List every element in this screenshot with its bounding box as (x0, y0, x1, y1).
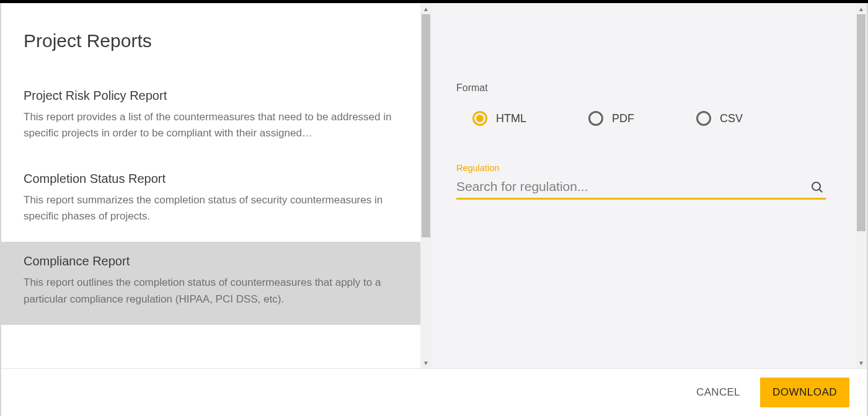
regulation-label: Regulation (432, 126, 856, 173)
report-title: Completion Status Report (24, 172, 398, 186)
radio-icon (472, 111, 487, 126)
report-list-scroll: Project Reports Project Risk Policy Repo… (1, 3, 420, 368)
left-scrollbar[interactable]: ▲ ▼ (420, 3, 432, 368)
dialog-footer: CANCEL DOWNLOAD (1, 368, 867, 416)
report-title: Compliance Report (24, 254, 398, 268)
scroll-down-arrow-icon[interactable]: ▼ (420, 357, 432, 368)
radio-icon (588, 111, 603, 126)
regulation-input-wrap (456, 177, 826, 200)
download-button[interactable]: DOWNLOAD (760, 378, 849, 407)
report-desc: This report provides a list of the count… (24, 109, 398, 142)
svg-line-1 (819, 189, 822, 192)
format-radio-csv[interactable]: CSV (696, 111, 743, 126)
report-title: Project Risk Policy Report (24, 89, 398, 103)
radio-label: HTML (496, 112, 526, 125)
scroll-up-arrow-icon[interactable]: ▲ (856, 3, 867, 14)
radio-icon (696, 111, 711, 126)
report-item-completion-status[interactable]: Completion Status Report This report sum… (1, 159, 420, 242)
format-label: Format (432, 3, 856, 94)
cancel-button[interactable]: CANCEL (691, 379, 745, 406)
reports-dialog: Project Reports Project Risk Policy Repo… (1, 3, 867, 416)
radio-label: PDF (612, 112, 634, 125)
scroll-thumb[interactable] (422, 14, 430, 237)
svg-point-0 (812, 182, 820, 190)
format-radio-pdf[interactable]: PDF (588, 111, 634, 126)
report-desc: This report outlines the completion stat… (24, 275, 398, 308)
regulation-search-input[interactable] (456, 177, 810, 198)
report-desc: This report summarizes the completion st… (24, 192, 398, 225)
right-pane: Format HTML PDF CSV Regulation (432, 3, 867, 368)
scroll-track[interactable] (420, 14, 432, 357)
scroll-down-arrow-icon[interactable]: ▼ (856, 357, 867, 368)
left-pane: Project Reports Project Risk Policy Repo… (1, 3, 432, 368)
dialog-body: Project Reports Project Risk Policy Repo… (1, 3, 867, 368)
report-item-risk-policy[interactable]: Project Risk Policy Report This report p… (1, 76, 420, 159)
right-scrollbar[interactable]: ▲ ▼ (856, 3, 867, 368)
format-radio-html[interactable]: HTML (472, 111, 526, 126)
right-content: Format HTML PDF CSV Regulation (432, 3, 856, 368)
page-title: Project Reports (1, 3, 420, 76)
scroll-thumb[interactable] (857, 14, 866, 231)
report-item-compliance[interactable]: Compliance Report This report outlines t… (1, 242, 420, 325)
search-icon (810, 180, 825, 195)
scroll-up-arrow-icon[interactable]: ▲ (420, 3, 432, 14)
radio-label: CSV (720, 112, 743, 125)
format-radio-group: HTML PDF CSV (432, 94, 856, 126)
scroll-track[interactable] (856, 14, 867, 357)
